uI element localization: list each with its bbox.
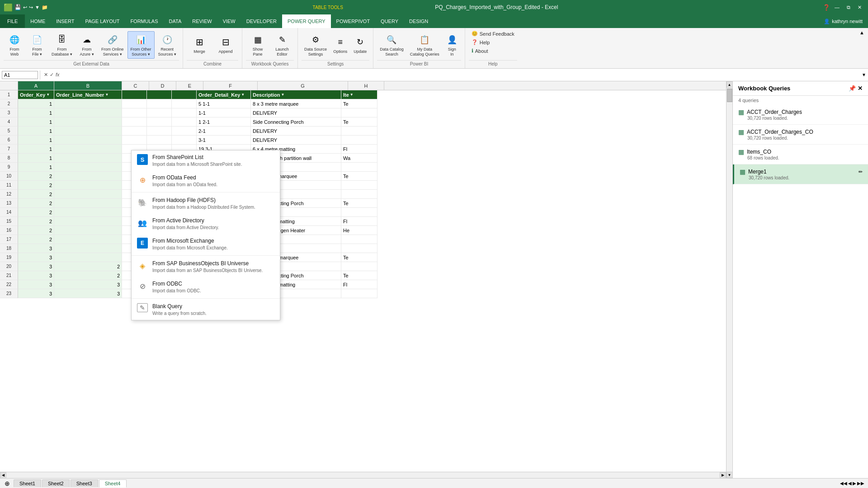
scroll-tabs-next[interactable]: ▶ bbox=[853, 481, 856, 486]
tab-view[interactable]: VIEW bbox=[217, 14, 241, 28]
tab-powerpivot[interactable]: POWERPIVOT bbox=[331, 14, 376, 28]
scroll-tabs-right[interactable]: ▶▶ bbox=[857, 481, 864, 486]
tab-query[interactable]: QUERY bbox=[375, 14, 404, 28]
menu-item-sharepoint[interactable]: S From SharePoint List Import data from … bbox=[132, 150, 280, 171]
queries-panel-close[interactable]: ✕ bbox=[858, 85, 863, 92]
menu-item-exchange[interactable]: E From Microsoft Exchange Import data fr… bbox=[132, 234, 280, 254]
scroll-thumb-v[interactable] bbox=[727, 89, 732, 102]
cell-c1[interactable] bbox=[122, 90, 147, 99]
my-data-catalog-queries-button[interactable]: 📋 My DataCatalog Queries bbox=[407, 32, 442, 59]
menu-item-odata[interactable]: ⊕ From OData Feed Import data from an OD… bbox=[132, 171, 280, 191]
minimize-button[interactable]: — bbox=[832, 5, 842, 10]
vertical-scrollbar[interactable]: ▲ ▼ bbox=[726, 81, 732, 478]
scroll-down-arrow[interactable]: ▼ bbox=[726, 472, 733, 478]
col-header-e[interactable]: E bbox=[176, 81, 203, 90]
from-online-services-label: From OnlineServices ▾ bbox=[101, 47, 124, 57]
tab-page-layout[interactable]: PAGE LAYOUT bbox=[80, 14, 125, 28]
quick-access-save[interactable]: 💾 bbox=[14, 4, 21, 10]
col-header-c[interactable]: C bbox=[122, 81, 149, 90]
sign-in-button[interactable]: 👤 SignIn bbox=[443, 32, 461, 59]
collapse-ribbon-button[interactable]: ▲ bbox=[856, 28, 868, 37]
tab-power-query[interactable]: POWER QUERY bbox=[282, 14, 331, 28]
queries-panel-title: Workbook Queries bbox=[738, 85, 790, 92]
options-button[interactable]: ≡ Options bbox=[330, 34, 350, 56]
data-catalog-search-button[interactable]: 🔍 Data CatalogSearch bbox=[377, 32, 406, 59]
scroll-up-arrow[interactable]: ▲ bbox=[726, 81, 733, 88]
tab-file[interactable]: FILE bbox=[0, 14, 25, 28]
tab-developer[interactable]: DEVELOPER bbox=[241, 14, 282, 28]
formula-input[interactable] bbox=[63, 71, 860, 79]
sheet-tab-sheet2[interactable]: Sheet2 bbox=[42, 479, 70, 487]
query-item-acct-order-charges-co[interactable]: ▦ ACCT_Order_Charges_CO 30,720 rows load… bbox=[733, 125, 868, 145]
tab-design[interactable]: DESIGN bbox=[404, 14, 434, 28]
help-icon[interactable]: ❓ bbox=[823, 4, 830, 11]
tab-data[interactable]: DATA bbox=[164, 14, 187, 28]
col-header-d[interactable]: D bbox=[149, 81, 176, 90]
show-pane-button[interactable]: ▦ ShowPane bbox=[246, 32, 269, 59]
from-azure-button[interactable]: ☁ FromAzure ▾ bbox=[76, 32, 98, 59]
horizontal-scrollbar[interactable]: ◀ ▶ bbox=[0, 472, 726, 478]
col-header-a[interactable]: A bbox=[18, 81, 54, 90]
queries-panel-pin[interactable]: 📌 bbox=[849, 85, 856, 92]
cell-e1[interactable] bbox=[172, 90, 197, 99]
menu-item-blank-query[interactable]: ✎ Blank Query Write a query from scratch… bbox=[132, 300, 280, 320]
name-box[interactable] bbox=[2, 71, 38, 79]
cell-h1[interactable]: Ite ▼ bbox=[341, 90, 377, 99]
add-sheet-button[interactable]: ⊕ bbox=[2, 480, 13, 487]
from-web-button[interactable]: 🌐 FromWeb bbox=[4, 32, 25, 59]
expand-formula-bar-icon[interactable]: ▼ bbox=[862, 72, 866, 77]
query-item-acct-order-charges[interactable]: ▦ ACCT_Order_Charges 30,720 rows loaded. bbox=[733, 105, 868, 125]
menu-item-active-directory[interactable]: 👥 From Active Directory Import data from… bbox=[132, 214, 280, 234]
cell-a1[interactable]: Order_Key ▼ bbox=[18, 90, 54, 99]
sheet-tab-sheet3[interactable]: Sheet3 bbox=[71, 479, 98, 487]
quick-access-undo[interactable]: ↩ bbox=[23, 5, 27, 10]
recent-sources-button[interactable]: 🕐 RecentSources ▾ bbox=[156, 32, 179, 59]
from-other-sources-button[interactable]: 📊 From OtherSources ▾ bbox=[127, 31, 155, 59]
from-web-icon: 🌐 bbox=[8, 33, 21, 46]
cell-b1[interactable]: Order_Line_Number ▼ bbox=[54, 90, 122, 99]
quick-access-redo[interactable]: ↪ bbox=[29, 5, 33, 10]
tab-review[interactable]: REVIEW bbox=[187, 14, 217, 28]
odbc-desc: Import data from ODBC. bbox=[152, 288, 274, 294]
quick-access-folder[interactable]: 📁 bbox=[42, 5, 48, 10]
launch-editor-button[interactable]: ✎ LaunchEditor bbox=[270, 32, 294, 59]
confirm-formula-icon[interactable]: ✓ bbox=[50, 72, 54, 78]
quick-access-customize[interactable]: ▼ bbox=[35, 5, 40, 10]
scroll-right-arrow[interactable]: ▶ bbox=[720, 472, 726, 479]
col-header-h[interactable]: H bbox=[348, 81, 384, 90]
append-button[interactable]: ⊟ Append bbox=[213, 34, 238, 56]
scroll-left-arrow[interactable]: ◀ bbox=[0, 472, 6, 479]
tab-insert[interactable]: INSERT bbox=[51, 14, 80, 28]
tab-formulas[interactable]: FORMULAS bbox=[125, 14, 163, 28]
cell-f1[interactable]: Order_Detail_Key ▼ bbox=[197, 90, 251, 99]
scroll-tabs-prev[interactable]: ◀ bbox=[848, 481, 852, 486]
from-file-button[interactable]: 📄 FromFile ▾ bbox=[26, 32, 48, 59]
help-button[interactable]: ❓ Help bbox=[469, 38, 493, 46]
tab-home[interactable]: HOME bbox=[25, 14, 51, 28]
cell-g1[interactable]: Description ▼ bbox=[251, 90, 341, 99]
send-feedback-button[interactable]: 😊 Send Feedback bbox=[469, 30, 517, 38]
merge-button[interactable]: ⊞ Merge bbox=[187, 34, 212, 56]
col-header-g[interactable]: G bbox=[258, 81, 348, 90]
col-header-f[interactable]: F bbox=[203, 81, 258, 90]
query-item-merge1[interactable]: ▦ Merge1 ✏ 30,720 rows loaded. bbox=[733, 164, 868, 184]
menu-item-hadoop[interactable]: 🐘 From Hadoop File (HDFS) Import data fr… bbox=[132, 193, 280, 214]
insert-function-icon[interactable]: fx bbox=[56, 72, 60, 78]
menu-item-odbc[interactable]: ⊘ From ODBC Import data from ODBC. bbox=[132, 277, 280, 297]
cancel-formula-icon[interactable]: ✕ bbox=[44, 72, 48, 78]
close-button[interactable]: ✕ bbox=[855, 5, 864, 10]
sheet-tab-sheet4[interactable]: Sheet4 bbox=[99, 479, 127, 488]
from-database-button[interactable]: 🗄 FromDatabase ▾ bbox=[49, 32, 75, 59]
query-item-items-co[interactable]: ▦ Items_CO 68 rows loaded. bbox=[733, 145, 868, 164]
restore-button[interactable]: ⧉ bbox=[844, 5, 853, 10]
menu-item-sap[interactable]: ◈ From SAP BusinessObjects BI Universe I… bbox=[132, 257, 280, 277]
scroll-tabs-left[interactable]: ◀◀ bbox=[840, 481, 847, 486]
data-source-settings-button[interactable]: ⚙ Data SourceSettings bbox=[302, 32, 330, 59]
update-button[interactable]: ↻ Update bbox=[351, 34, 369, 56]
cell-d1[interactable] bbox=[147, 90, 172, 99]
col-header-b[interactable]: B bbox=[54, 81, 122, 90]
query-edit-icon[interactable]: ✏ bbox=[859, 169, 863, 175]
sheet-tab-sheet1[interactable]: Sheet1 bbox=[14, 479, 41, 487]
from-online-services-button[interactable]: 🔗 From OnlineServices ▾ bbox=[99, 32, 127, 59]
about-button[interactable]: ℹ About bbox=[469, 47, 491, 55]
